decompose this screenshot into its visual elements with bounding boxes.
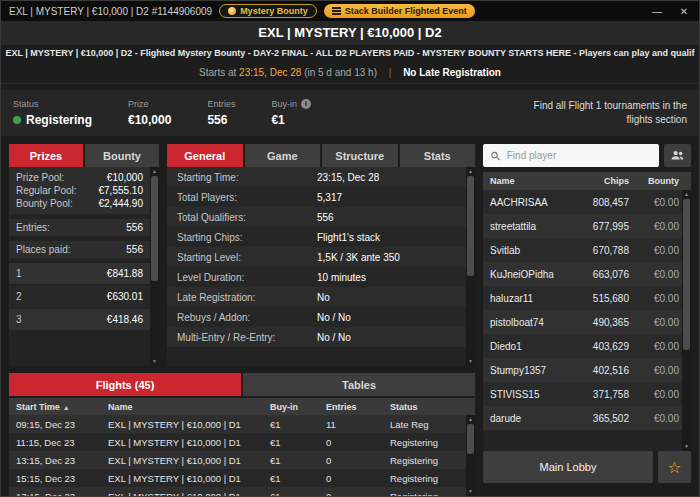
tournament-title: EXL | MYSTERY | €10,000 | D2 [1,21,699,45]
buyin-label: Buy-in [271,99,297,109]
prizes-panel: Prizes Bounty Prize Pool: €10,000 Regula… [9,144,159,366]
buyin-column: Buy-in i €1 [271,99,311,127]
column-name[interactable]: Name [108,402,270,412]
stack-builder-badge[interactable]: Stack Builder Flighted Event [324,4,475,18]
flights-rows: 09:15, Dec 23 EXL | MYSTERY | €10,000 | … [9,415,466,496]
column-entries[interactable]: Entries [326,402,390,412]
status-dot [13,116,21,124]
scroll-thumb[interactable] [467,424,474,454]
entries-column: Entries 556 [207,99,235,127]
column-chips[interactable]: Chips [574,176,632,186]
entries-label: Entries [207,99,235,109]
flight-row[interactable]: 17:15, Dec 23 EXL | MYSTERY | €10,000 | … [9,487,466,496]
players-rows: AACHRISAA 808,457 €0.00 streetattila 677… [483,190,682,451]
mystery-bounty-badge[interactable]: Mystery Bounty [219,4,317,18]
close-button[interactable]: ✕ [674,6,694,17]
player-row[interactable]: pistolboat74 490,365 €0.00 [483,310,682,334]
key-value-row: Starting Level: 1,5K / 3K ante 350 [167,247,466,267]
key-value-row: Total Qualifiers: 556 [167,207,466,227]
flight-row[interactable]: 13:15, Dec 23 EXL | MYSTERY | €10,000 | … [9,451,466,469]
tab-tables[interactable]: Tables [243,373,475,396]
status-value: Registering [26,113,92,127]
scroll-up-icon[interactable]: ▲ [682,190,691,199]
scroll-up-icon[interactable]: ▲ [150,167,159,176]
star-icon: ☆ [667,458,681,477]
column-buyin[interactable]: Buy-in [270,402,326,412]
window-title: EXL | MYSTERY | €10,000 | D2 #1144906009 [9,6,212,17]
key-value-row: Multi-Entry / Re-Entry: No / No [167,327,466,347]
player-row[interactable]: STIVISS15 371,758 €0.00 [483,382,682,406]
main-lobby-button[interactable]: Main Lobby [483,451,653,483]
tab-prizes[interactable]: Prizes [9,144,83,167]
column-status[interactable]: Status [390,402,466,412]
scroll-down-icon[interactable]: ▼ [150,357,159,366]
scroll-thumb[interactable] [467,176,474,276]
player-search-box[interactable] [483,144,659,167]
scroll-up-icon[interactable]: ▲ [466,415,475,424]
info-scrollbar[interactable]: ▲ ▼ [466,167,475,366]
player-row[interactable]: KuJneiOPidha 663,076 €0.00 [483,262,682,286]
key-value-row: Total Players: 5,317 [167,187,466,207]
tournament-lobby-window: EXL | MYSTERY | €10,000 | D2 #1144906009… [0,0,700,497]
info-rows: Starting Time: 23:15, Dec 28 Total Playe… [167,167,466,366]
main-area: Prizes Bounty Prize Pool: €10,000 Regula… [1,136,699,496]
scroll-down-icon[interactable]: ▼ [466,487,475,496]
flights-scrollbar[interactable]: ▲ ▼ [466,415,475,496]
info-panel: General Game Structure Stats Starting Ti… [167,144,475,366]
key-value-row: 1 €841.88 [9,263,150,284]
scroll-down-icon[interactable]: ▼ [682,442,691,451]
search-input[interactable] [507,150,652,161]
entries-value: 556 [207,113,235,127]
column-bounty[interactable]: Bounty [632,176,682,186]
place-rows-group: 1 €841.88 2 €630.01 3 €418.46 [9,263,150,330]
sort-asc-icon: ▲ [63,404,70,411]
key-value-row: Bounty Pool: €2,444.90 [9,197,150,210]
prize-label: Prize [128,99,171,109]
tab-structure[interactable]: Structure [322,144,398,167]
prizes-scrollbar[interactable]: ▲ ▼ [150,167,159,366]
status-label: Status [13,99,92,109]
tab-stats[interactable]: Stats [400,144,476,167]
left-column: Prizes Bounty Prize Pool: €10,000 Regula… [9,144,475,496]
starts-line: Starts at 23:15, Dec 28 (in 5 d and 13 h… [1,62,699,84]
player-row[interactable]: AACHRISAA 808,457 €0.00 [483,190,682,214]
key-value-row: Regular Pool: €7,555.10 [9,184,150,197]
player-row[interactable]: Svitlab 670,788 €0.00 [483,238,682,262]
tab-flights[interactable]: Flights (45) [9,373,241,396]
favorite-button[interactable]: ☆ [658,451,691,483]
flights-table-header: Start Time▲ Name Buy-in Entries Status [9,398,475,415]
player-row[interactable]: Stumpy1357 402,516 €0.00 [483,358,682,382]
player-row[interactable]: Diedo1 403,629 €0.00 [483,334,682,358]
players-scrollbar[interactable]: ▲ ▼ [682,190,691,451]
column-player-name[interactable]: Name [490,176,574,186]
minimize-button[interactable]: — [647,6,667,17]
status-column: Status Registering [13,99,92,127]
prizes-rows: Prize Pool: €10,000 Regular Pool: €7,555… [9,167,150,366]
mystery-bounty-badge-label: Mystery Bounty [240,6,308,16]
players-list-button[interactable] [664,144,691,167]
tab-bounty[interactable]: Bounty [85,144,159,167]
tab-general[interactable]: General [167,144,243,167]
player-row[interactable]: streetattila 677,995 €0.00 [483,214,682,238]
starts-relative: (in 5 d and 13 h) [304,67,377,78]
players-panel: Name Chips Bounty AACHRISAA 808,457 €0.0… [483,144,691,496]
tab-game[interactable]: Game [245,144,321,167]
player-row[interactable]: darude 365,502 €0.00 [483,406,682,430]
players-table-header: Name Chips Bounty [483,172,691,190]
tournament-description: EXL | MYSTERY | €10,000 | D2 - Flighted … [1,45,699,62]
flight-row[interactable]: 09:15, Dec 23 EXL | MYSTERY | €10,000 | … [9,415,466,433]
info-icon[interactable]: i [301,99,311,109]
scroll-thumb[interactable] [151,176,158,281]
titlebar: EXL | MYSTERY | €10,000 | D2 #1144906009… [1,1,699,21]
column-start-time[interactable]: Start Time▲ [16,402,108,412]
player-row[interactable]: haluzar11 515,680 €0.00 [483,286,682,310]
scroll-up-icon[interactable]: ▲ [466,167,475,176]
key-value-row: Prize Pool: €10,000 [9,171,150,184]
scroll-down-icon[interactable]: ▼ [466,357,475,366]
scroll-thumb[interactable] [683,199,690,350]
flight-row[interactable]: 15:15, Dec 23 EXL | MYSTERY | €10,000 | … [9,469,466,487]
stack-builder-badge-label: Stack Builder Flighted Event [345,6,467,16]
starts-prefix: Starts at [199,67,236,78]
flight-row[interactable]: 11:15, Dec 23 EXL | MYSTERY | €10,000 | … [9,433,466,451]
mystery-bounty-icon [228,7,236,15]
